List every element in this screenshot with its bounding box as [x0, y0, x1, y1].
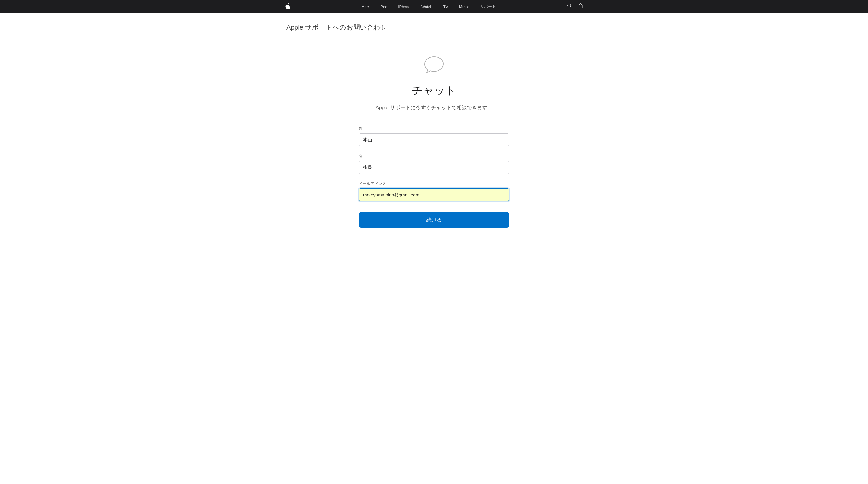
- email-input[interactable]: [359, 188, 509, 201]
- nav-link-ipad[interactable]: iPad: [374, 4, 393, 9]
- email-label: メールアドレス: [359, 181, 509, 187]
- page-container: Apple サポートへのお問い合わせ チャット Apple サポートに今すぐチャ…: [280, 13, 588, 252]
- email-group: メールアドレス: [359, 181, 509, 201]
- main-content: チャット Apple サポートに今すぐチャットで相談できます。 姓 名 メールア…: [286, 37, 582, 252]
- nav-link-music[interactable]: Music: [454, 4, 475, 9]
- submit-button[interactable]: 続ける: [359, 212, 509, 228]
- nav-links: Mac iPad iPhone Watch TV Music サポート: [290, 4, 567, 9]
- page-header: Apple サポートへのお問い合わせ: [286, 13, 582, 37]
- nav-icons: [567, 3, 583, 10]
- chat-bubble-icon: [424, 55, 444, 75]
- page-title: Apple サポートへのお問い合わせ: [286, 23, 582, 32]
- first-name-group: 名: [359, 153, 509, 174]
- nav-link-mac[interactable]: Mac: [356, 4, 374, 9]
- last-name-input[interactable]: [359, 133, 509, 146]
- first-name-label: 名: [359, 153, 509, 159]
- chat-icon-wrapper: [424, 55, 444, 76]
- search-icon[interactable]: [567, 4, 572, 10]
- contact-form: 姓 名 メールアドレス 続ける: [359, 126, 509, 228]
- top-navigation: Mac iPad iPhone Watch TV Music サポート: [0, 0, 868, 13]
- nav-link-iphone[interactable]: iPhone: [393, 4, 416, 9]
- last-name-label: 姓: [359, 126, 509, 132]
- nav-link-tv[interactable]: TV: [438, 4, 454, 9]
- bag-icon[interactable]: [578, 3, 583, 10]
- nav-link-watch[interactable]: Watch: [416, 4, 438, 9]
- chat-description: Apple サポートに今すぐチャットで相談できます。: [375, 104, 493, 111]
- nav-link-support[interactable]: サポート: [475, 4, 501, 9]
- chat-heading: チャット: [412, 83, 456, 98]
- last-name-group: 姓: [359, 126, 509, 146]
- apple-logo[interactable]: [285, 3, 290, 10]
- first-name-input[interactable]: [359, 161, 509, 174]
